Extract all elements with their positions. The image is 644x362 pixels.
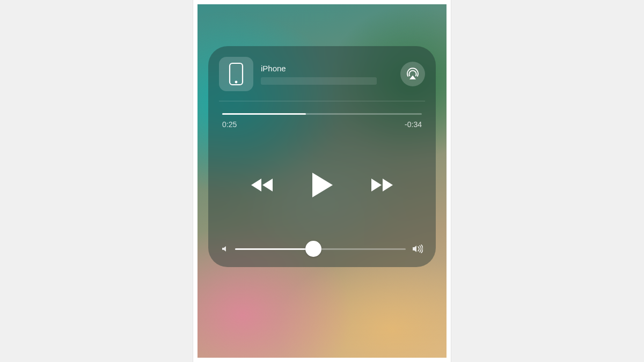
airplay-button[interactable] — [400, 62, 425, 86]
volume-slider[interactable] — [235, 248, 406, 250]
play-button[interactable] — [310, 172, 334, 198]
output-device-row: iPhone — [219, 57, 425, 101]
volume-knob[interactable] — [305, 241, 321, 257]
rewind-icon — [249, 177, 275, 193]
device-icon-tile[interactable] — [219, 57, 253, 91]
track-title-placeholder — [261, 77, 377, 85]
play-icon — [310, 172, 334, 198]
rewind-button[interactable] — [249, 177, 275, 193]
device-info: iPhone — [261, 64, 393, 85]
time-row: 0:25 -0:34 — [222, 120, 422, 129]
volume-row — [219, 245, 425, 253]
volume-high-icon — [412, 245, 423, 253]
phone-frame: iPhone — [193, 0, 451, 362]
svg-point-1 — [235, 81, 238, 84]
now-playing-card: iPhone — [208, 46, 436, 267]
remaining-time: -0:34 — [405, 120, 422, 129]
forward-icon — [369, 177, 395, 193]
scrubber-fill — [222, 113, 306, 115]
iphone-icon — [229, 62, 244, 86]
volume-fill — [235, 248, 313, 250]
transport-controls — [219, 172, 425, 198]
wallpaper: iPhone — [197, 4, 447, 358]
airplay-icon — [406, 67, 420, 81]
elapsed-time: 0:25 — [222, 120, 237, 129]
device-name: iPhone — [261, 64, 393, 73]
scrubber-track[interactable] — [222, 113, 422, 115]
volume-low-icon — [221, 245, 229, 253]
progress-section: 0:25 -0:34 — [219, 113, 425, 129]
forward-button[interactable] — [369, 177, 395, 193]
